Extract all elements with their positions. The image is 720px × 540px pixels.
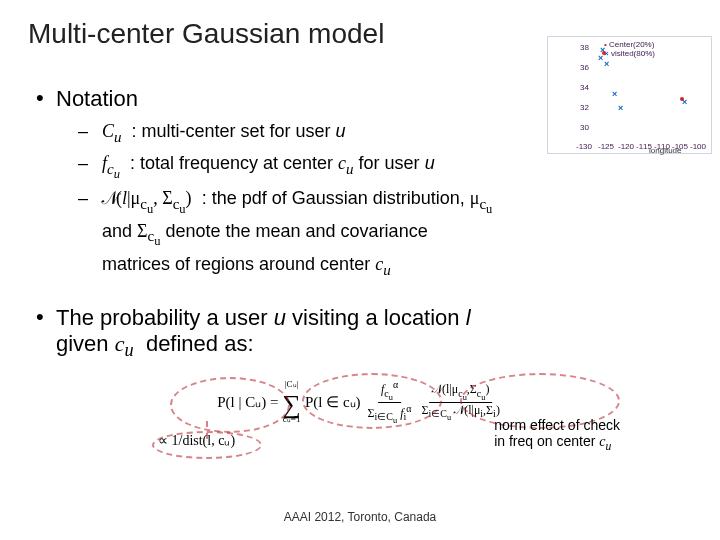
proportional-note: ∝ 1/dist(l, cᵤ) [158,432,235,449]
footer-text: AAAI 2012, Toronto, Canada [284,510,437,524]
list-item: – fcu : total frequency at center cu for… [78,150,720,183]
bullet-icon: • [36,305,56,329]
scatter-plot: • Center(20%) × visited(80%) 38 36 34 32… [547,36,712,154]
formula-block: P(l | Cᵤ) = |Cᵤ| ∑ cᵤ=1 P(l ∈ cᵤ) fcuα Σ… [80,373,640,453]
probability-heading: • The probability a user u visiting a lo… [0,283,720,361]
list-item: – 𝒩(l|μcu, Σcu) : the pdf of Gaussian di… [78,185,720,281]
right-annotation: norm effect of check in freq on center c… [494,417,620,453]
annotation-ellipse [170,377,290,433]
annotation-ellipse [302,373,442,429]
bullet-icon: • [36,86,56,110]
legend: • Center(20%) × visited(80%) [604,41,655,59]
